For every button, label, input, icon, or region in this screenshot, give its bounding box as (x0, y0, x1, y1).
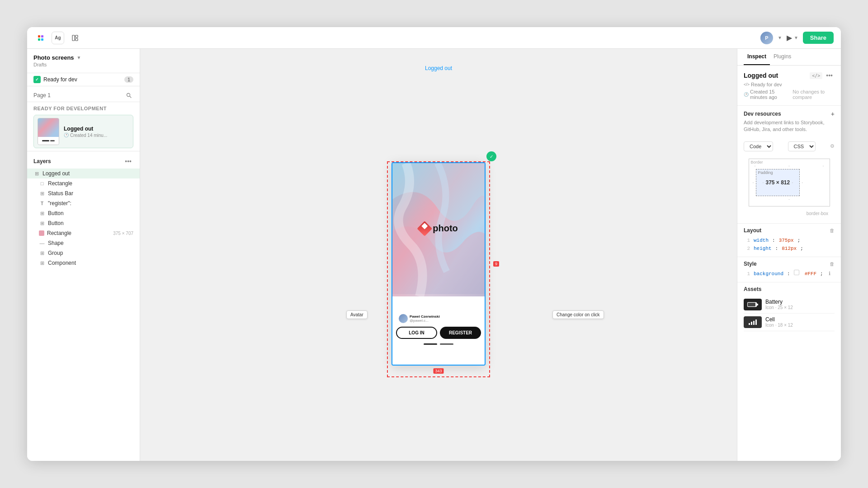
no-changes-text: No changes to compare (793, 89, 835, 100)
tab-inspect[interactable]: Inspect (744, 49, 770, 65)
asset-item-cell[interactable]: Cell Icon · 18 × 12 (744, 314, 835, 331)
layer-icon-button2: ⊞ (39, 220, 45, 226)
layer-item-rectangle-dim[interactable]: Rectangle 375 × 707 (27, 228, 140, 238)
layer-item-logged-out[interactable]: ⊞ Logged out (27, 169, 140, 178)
assets-title: Assets (744, 286, 835, 292)
add-resource-button[interactable]: + (831, 110, 835, 117)
svg-rect-14 (751, 322, 752, 325)
asset-name-cell: Cell (765, 316, 835, 323)
code-semicolon-3: ; (820, 270, 823, 278)
layer-icon-group: ⊞ (39, 250, 45, 256)
play-dropdown-arrow[interactable]: ▼ (794, 35, 798, 40)
asset-name-battery: Battery (765, 299, 835, 305)
ready-dev-row[interactable]: ✓ Ready for dev 1 (27, 73, 140, 86)
phone-frame[interactable]: photo Pawel Czerwinski @pawel.c... (392, 162, 486, 366)
scroll-indicator (424, 343, 453, 345)
border-box-label: border-box (744, 210, 835, 220)
share-button[interactable]: Share (803, 32, 834, 44)
ready-dev-text: Ready for dev (751, 82, 782, 87)
login-button[interactable]: LOG IN (396, 327, 437, 339)
code-language-select[interactable]: Code (744, 141, 773, 151)
layer-icon-statusbar: ⊞ (39, 190, 45, 197)
asset-size-battery: Icon · 25 × 12 (765, 305, 835, 310)
layer-item-rectangle[interactable]: □ Rectangle (27, 178, 140, 188)
svg-rect-2 (38, 38, 40, 41)
layer-icon-rect: □ (39, 180, 45, 187)
code-val-height: 812px (782, 244, 797, 253)
layer-item-button-1[interactable]: ⊞ Button (27, 208, 140, 218)
line-num-1: 1 (744, 236, 750, 245)
canvas-frame-label: Logged out (425, 65, 452, 71)
box-model-outer: Border - - - - Padding (749, 159, 830, 206)
layer-item-register-text[interactable]: T "register": (27, 198, 140, 208)
box-model: Border - - - - Padding (744, 155, 835, 210)
frame-options-button[interactable]: ••• (824, 71, 835, 80)
code-section: Code CSS ⚙ Border - - (737, 138, 841, 224)
layer-dim: 375 × 707 (113, 231, 133, 236)
user-dropdown-arrow[interactable]: ▼ (778, 35, 782, 40)
file-name: Photo screens (33, 54, 74, 61)
code-semicolon: ; (797, 236, 801, 245)
battery-thumb (744, 299, 762, 310)
svg-rect-6 (75, 38, 78, 41)
change-color-label: Change color on click (552, 310, 604, 319)
svg-rect-0 (38, 35, 40, 38)
created-meta: 🕐 Created 15 minutes ago No changes to c… (744, 89, 835, 100)
file-subtitle: Drafts (33, 62, 133, 67)
play-button[interactable]: ▶ (787, 33, 792, 42)
svg-line-8 (130, 96, 131, 98)
ready-for-dev-meta: </> Ready for dev (744, 82, 782, 87)
code-val-width: 375px (779, 236, 794, 245)
user-avatar[interactable]: P (760, 32, 773, 44)
figma-menu-button[interactable] (34, 32, 47, 44)
frame-sub: 🕐 Created 14 minu... (64, 133, 129, 138)
layer-icon-shape: — (39, 240, 45, 246)
layers-options-button[interactable]: ••• (123, 157, 133, 166)
layer-name: Group (48, 250, 133, 256)
layer-item-status-bar[interactable]: ⊞ Status Bar (27, 188, 140, 198)
layer-icon-component: ⊞ (39, 260, 45, 266)
phone-bottom: Pawel Czerwinski @pawel.c... LOG IN REGI… (392, 294, 485, 365)
code-line-bg: 1 background : #FFF ; ℹ (744, 270, 835, 278)
dev-badge-icon: ✓ (33, 76, 41, 83)
svg-rect-12 (757, 304, 758, 305)
style-code: 1 background : #FFF ; ℹ (744, 270, 835, 278)
right-tabs: Inspect Plugins (737, 49, 841, 66)
layer-icon-frame: ⊞ (33, 170, 40, 177)
code-val-bg: #FFF (805, 270, 816, 278)
frame-container: ✓ (392, 162, 486, 366)
border-label: Border (751, 160, 763, 164)
layer-item-button-2[interactable]: ⊞ Button (27, 218, 140, 228)
style-title: Style (744, 261, 757, 267)
register-button[interactable]: REGISTER (440, 327, 481, 339)
frame-title: Logged out (64, 126, 129, 132)
cell-icon (749, 319, 757, 325)
code-key-width: width (754, 236, 769, 245)
layer-name: "register": (48, 200, 133, 206)
layer-item-component[interactable]: ⊞ Component (27, 258, 140, 268)
code-colon: : (772, 236, 775, 245)
file-name-row[interactable]: Photo screens ▼ (33, 54, 133, 61)
layout-delete-icon[interactable]: 🗑 (830, 228, 835, 233)
layout-title: Layout (744, 227, 761, 234)
measurement-height: 9 (493, 261, 499, 267)
css-type-select[interactable]: CSS (788, 141, 816, 151)
layer-name: Rectangle (48, 180, 133, 187)
color-info-icon[interactable]: ℹ (829, 270, 830, 278)
text-tool-button[interactable]: Ag (52, 32, 64, 44)
search-button[interactable] (124, 91, 133, 100)
box-model-inner: Padding - 375 × 812 - (756, 169, 800, 196)
layer-item-shape[interactable]: — Shape (27, 238, 140, 248)
tab-plugins[interactable]: Plugins (770, 49, 795, 65)
ready-dev-count: 1 (124, 76, 133, 83)
asset-item-battery[interactable]: Battery Icon · 25 × 12 (744, 296, 835, 314)
dev-indicator-badge: ✓ (486, 151, 496, 161)
code-info-icon: ⚙ (830, 143, 835, 149)
indicator-bar-1 (424, 343, 437, 345)
code-colon-2: : (775, 244, 778, 253)
style-delete-icon[interactable]: 🗑 (830, 261, 835, 267)
layout-tool-button[interactable] (69, 32, 81, 44)
layer-item-group[interactable]: ⊞ Group (27, 248, 140, 258)
created-text: Created 15 minutes ago (750, 89, 791, 100)
frame-card[interactable]: Logged out 🕐 Created 14 minu... (33, 115, 133, 148)
